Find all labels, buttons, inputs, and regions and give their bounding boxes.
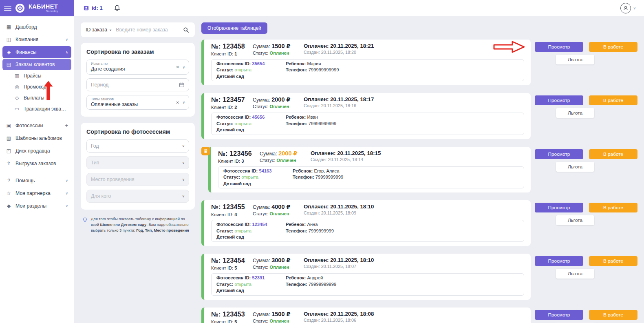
type-select[interactable]: Тип ∨ (86, 156, 189, 169)
sidebar-item-seller-disk[interactable]: ◰ Диск продавца (2, 145, 71, 157)
order-types-select[interactable]: Типы заказов Оплаченные заказы ✕ ∨ (86, 95, 189, 110)
content: ID заказа ∨ Сортировка по заказам Искать (74, 16, 644, 323)
sidebar-item-finances[interactable]: ◈ Финансы ∧ (2, 46, 71, 58)
account-menu[interactable]: ∨ (620, 3, 636, 13)
nav-item-label: Моя партнерка (15, 190, 62, 196)
order-actions: Просмотр В работе Льгота (535, 40, 637, 64)
order-status: Статус: Оплачен (260, 158, 311, 163)
sidebar-item-help[interactable]: ? Помощь ∨ (2, 175, 71, 187)
calendar-icon (179, 82, 185, 88)
paid-datetime: Оплачен: 20.11.2025, 18:15 (311, 150, 524, 156)
benefit-button[interactable]: Льгота (556, 55, 594, 64)
acquiring-transactions-icon: ▭ (14, 106, 20, 112)
search-by-label: Искать по (91, 62, 185, 66)
benefit-button[interactable]: Льгота (556, 269, 594, 279)
photosession-id-link[interactable]: 45656 (252, 115, 265, 119)
topbar: id: 1 ∨ (74, 0, 644, 16)
order-search-input[interactable] (116, 27, 174, 33)
notifications-bell-icon[interactable] (114, 5, 120, 11)
search-by-value: Дате создания (91, 66, 185, 72)
photosession-id-link[interactable]: 52391 (252, 275, 265, 280)
period-input[interactable]: Период (86, 78, 189, 91)
topbar-left: id: 1 (83, 5, 120, 11)
table-view-button[interactable]: Отображение таблицей (201, 22, 267, 34)
order-row: ♛ №: 123453 Клиент ID: 5 Сумма: 1500 ₽ (201, 308, 637, 323)
in-work-button[interactable]: В работе (589, 256, 637, 266)
benefit-button[interactable]: Льгота (556, 108, 594, 118)
place-name: Детский сад (216, 127, 286, 133)
plus-icon[interactable]: + (65, 122, 68, 128)
chevron-down-icon: ∨ (182, 144, 185, 148)
order-sum: Сумма: 1500 ₽ (253, 43, 304, 49)
sidebar-item-payouts[interactable]: ◇ Выплаты (11, 93, 71, 103)
clear-icon[interactable]: ✕ (176, 100, 179, 104)
album-templates-icon: ▧ (6, 135, 12, 141)
view-button[interactable]: Просмотр (535, 42, 583, 52)
view-button[interactable]: Просмотр (535, 256, 583, 266)
chevron-down-icon[interactable]: ∨ (633, 6, 636, 10)
for-whom-select[interactable]: Для кого ∨ (86, 190, 189, 203)
order-search-bar: ID заказа ∨ (81, 22, 195, 37)
orders-panel: Отображение таблицей ♛ №: 123458 Клиент … (201, 22, 637, 323)
view-button[interactable]: Просмотр (535, 203, 583, 212)
select-placeholder: Год (91, 143, 99, 149)
order-list: ♛ №: 123458 Клиент ID: 1 Сумма: 1500 ₽ (201, 40, 637, 323)
sidebar-item-dashboard[interactable]: ▦ Дашборд (2, 21, 71, 33)
photosession-id-link[interactable]: 35654 (252, 61, 265, 66)
sidebar-item-photosessions[interactable]: ▣ Фотосессии + (2, 119, 71, 132)
sidebar-item-acquiring-transactions[interactable]: ▭ Транзакции эквайринга (11, 104, 71, 114)
seller-disk-icon: ◰ (6, 148, 12, 154)
in-work-button[interactable]: В работе (589, 95, 637, 105)
sidebar-item-prices[interactable]: ▥ Прайсы (11, 71, 71, 81)
app-window: КАБИНЕТ Seenday ▦ Дашборд ◫ Компания ∨ (0, 0, 644, 323)
nav-item-label: Шаблоны альбомов (15, 135, 68, 141)
sidebar-item-my-partner[interactable]: ☆ Моя партнерка ∨ (2, 187, 71, 199)
photosession-status: открыта (235, 121, 251, 126)
chevron-icon: ∨ (65, 179, 68, 183)
photosession-id-link[interactable]: 54163 (259, 168, 271, 173)
sidebar-item-orders-export[interactable]: ⇧ Выгрузка заказов (2, 157, 71, 170)
client-id: Клиент ID: 1 (211, 51, 253, 56)
photosession-details: Фотосессия ID: 123454 Статус: открыта Де… (211, 220, 524, 242)
nav-item-label: Прайсы (24, 73, 68, 79)
benefit-button[interactable]: Льгота (556, 162, 594, 172)
sidebar-item-company[interactable]: ◫ Компания ∨ (2, 33, 71, 46)
order-actions: Просмотр В работе Льгота (535, 93, 637, 118)
nav-item-label: Помощь (15, 178, 62, 184)
benefit-button[interactable]: Льгота (556, 215, 594, 225)
in-work-button[interactable]: В работе (589, 149, 637, 159)
sidebar: КАБИНЕТ Seenday ▦ Дашборд ◫ Компания ∨ (0, 0, 74, 323)
order-actions: Просмотр В работе Льгота (535, 308, 637, 323)
nav-item-label: Дашборд (15, 24, 68, 30)
child-row: Ребенок: Анна (286, 221, 519, 228)
view-button[interactable]: Просмотр (535, 310, 583, 320)
view-button[interactable]: Просмотр (535, 95, 583, 105)
view-button[interactable]: Просмотр (535, 149, 583, 159)
phone-number: 799999999999 (309, 67, 339, 72)
in-work-button[interactable]: В работе (589, 203, 637, 212)
search-field-select[interactable]: ID заказа ∨ (86, 27, 112, 33)
search-by-select[interactable]: Искать по Дате создания ✕ ∨ (86, 60, 189, 75)
photosession-id-row: Фотосессия ID: 54163 (223, 168, 293, 174)
in-work-button[interactable]: В работе (589, 42, 637, 52)
year-select[interactable]: Год ∨ (86, 139, 189, 153)
venue-select[interactable]: Место проведения ∨ (86, 173, 189, 186)
photosession-status-row: Статус: открыта (223, 174, 293, 180)
brand: КАБИНЕТ Seenday (29, 4, 58, 13)
sidebar-item-client-orders[interactable]: ▤ Заказы клиентов (2, 59, 71, 70)
sidebar-item-album-templates[interactable]: ▧ Шаблоны альбомов (2, 132, 71, 144)
order-status: Статус: Оплачен (253, 319, 304, 323)
in-work-button[interactable]: В работе (589, 310, 637, 320)
photosession-id-link[interactable]: 123454 (252, 222, 267, 227)
sidebar-item-my-sections[interactable]: ◆ Мои разделы ∨ (2, 200, 71, 212)
order-row: ♛ №: 123457 Клиент ID: 2 Сумма: 2000 ₽ (201, 93, 637, 139)
phone-row: Телефон: 79999999999 (286, 281, 519, 288)
clear-icon[interactable]: ✕ (176, 65, 179, 69)
sidebar-item-promocodes[interactable]: ◎ Промокоды (11, 82, 71, 92)
place-name: Детский сад (216, 288, 286, 294)
child-row: Ребенок: Мария (286, 61, 519, 67)
hamburger-menu-icon[interactable] (4, 6, 11, 11)
user-id-text: id: 1 (92, 5, 103, 11)
user-avatar-icon[interactable] (620, 3, 631, 13)
search-button[interactable] (182, 26, 190, 34)
